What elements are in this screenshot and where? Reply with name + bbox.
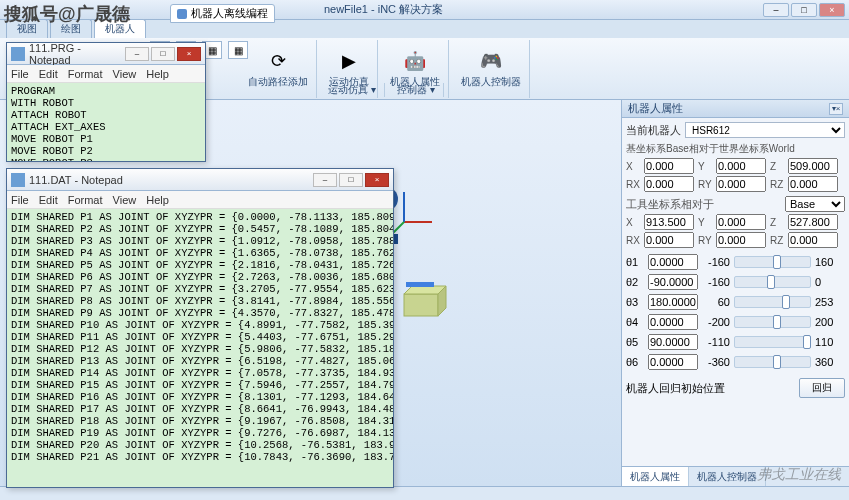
menu-item[interactable]: Help [146,68,169,80]
maximize-button[interactable]: □ [791,3,817,17]
svg-rect-14 [406,282,434,287]
menu-item[interactable]: Format [68,68,103,80]
joint-value-input[interactable] [648,254,698,270]
joint-slider[interactable] [734,276,811,288]
np2-close-button[interactable]: × [365,173,389,187]
home-label: 机器人回归初始位置 [626,381,725,396]
properties-title: 机器人属性 ▾× [622,100,849,118]
joint-row: θ1-160160 [626,254,845,270]
tool-ry-input[interactable] [716,232,766,248]
np2-min-button[interactable]: – [313,173,337,187]
np1-min-button[interactable]: – [125,47,149,61]
notepad-prg-menu: FileEditFormatViewHelp [7,65,205,83]
close-button[interactable]: × [819,3,845,17]
ribbon-icon: ⟳ [266,49,290,73]
status-bar [0,486,849,500]
joint-slider[interactable] [734,356,811,368]
joint-value-input[interactable] [648,294,698,310]
notepad-prg-body[interactable]: PROGRAM WITH ROBOT ATTACH ROBOT ATTACH E… [7,83,205,161]
base-x-input[interactable] [644,158,694,174]
joint-value-input[interactable] [648,274,698,290]
base-frame-label: 基坐标系Base相对于世界坐标系World [626,142,845,156]
joint-row: θ4-200200 [626,314,845,330]
watermark-text: 搜狐号@广晟德 [4,2,130,26]
np1-max-button[interactable]: □ [151,47,175,61]
tool-coords: X Y Z RX RY RZ [626,214,845,248]
joint-slider[interactable] [734,256,811,268]
notepad-dat-titlebar[interactable]: 111.DAT - Notepad – □ × [7,169,393,191]
svg-rect-11 [404,294,438,316]
ribbon-icon: 🎮 [479,49,503,73]
menu-item[interactable]: Help [146,194,169,206]
menu-item[interactable]: Format [68,194,103,206]
joint-slider[interactable] [734,316,811,328]
robot-model-select[interactable]: HSR612 [685,122,845,138]
joint-value-input[interactable] [648,334,698,350]
menu-item[interactable]: File [11,68,29,80]
joint-value-input[interactable] [648,314,698,330]
base-z-input[interactable] [788,158,838,174]
joint-row: θ6-360360 [626,354,845,370]
notepad-prg-titlebar[interactable]: 111.PRG - Notepad – □ × [7,43,205,65]
tool-relative-select[interactable]: Base [785,196,845,212]
ribbon-group-labels: 运动仿真 ▾控制器 ▾ [240,81,621,99]
np2-max-button[interactable]: □ [339,173,363,187]
footer-brand: 弗戈工业在线 [757,466,841,484]
ribbon-group-label: 控制器 ▾ [389,83,444,97]
base-ry-input[interactable] [716,176,766,192]
tool-x-input[interactable] [644,214,694,230]
tool-rz-input[interactable] [788,232,838,248]
base-rx-input[interactable] [644,176,694,192]
current-robot-label: 当前机器人 [626,123,681,138]
menu-item[interactable]: Edit [39,68,58,80]
home-button[interactable]: 回归 [799,378,845,398]
properties-panel: 机器人属性 ▾× 当前机器人 HSR612 基坐标系Base相对于世界坐标系Wo… [621,100,849,486]
notepad-icon [11,47,25,61]
notepad-dat[interactable]: 111.DAT - Notepad – □ × FileEditFormatVi… [6,168,394,488]
tool-z-input[interactable] [788,214,838,230]
joint-row: θ2-1600 [626,274,845,290]
np1-close-button[interactable]: × [177,47,201,61]
base-coords: X Y Z RX RY RZ [626,158,845,192]
minimize-button[interactable]: – [763,3,789,17]
notepad-dat-title: 111.DAT - Notepad [29,174,311,186]
ribbon-icon: ▶ [337,49,361,73]
tab-robot-controller[interactable]: 机器人控制器 [689,467,766,486]
menu-item[interactable]: File [11,194,29,206]
ribbon-icon: 🤖 [403,49,427,73]
tool-y-input[interactable] [716,214,766,230]
properties-close-icon[interactable]: ▾× [829,103,843,115]
notepad-prg-title: 111.PRG - Notepad [29,42,123,66]
notepad-dat-body[interactable]: DIM SHARED P1 AS JOINT OF XYZYPR = {0.00… [7,209,393,487]
base-rz-input[interactable] [788,176,838,192]
doc-tab-4[interactable]: ▦ [228,41,248,59]
joint-row: θ360253 [626,294,845,310]
tab-robot-props[interactable]: 机器人属性 [622,467,689,486]
notepad-dat-menu: FileEditFormatViewHelp [7,191,393,209]
joint-row: θ5-110110 [626,334,845,350]
notepad-prg[interactable]: 111.PRG - Notepad – □ × FileEditFormatVi… [6,42,206,162]
menu-item[interactable]: Edit [39,194,58,206]
tool-frame-label: 工具坐标系相对于 [626,197,714,212]
menu-item[interactable]: View [113,194,137,206]
tool-rx-input[interactable] [644,232,694,248]
ribbon-group-label: 运动仿真 ▾ [320,83,385,97]
notepad-icon [11,173,25,187]
dock-tab-offline-programming[interactable]: 机器人离线编程 [170,4,275,23]
joint-slider[interactable] [734,336,811,348]
joint-slider[interactable] [734,296,811,308]
base-y-input[interactable] [716,158,766,174]
joint-value-input[interactable] [648,354,698,370]
menu-item[interactable]: View [113,68,137,80]
